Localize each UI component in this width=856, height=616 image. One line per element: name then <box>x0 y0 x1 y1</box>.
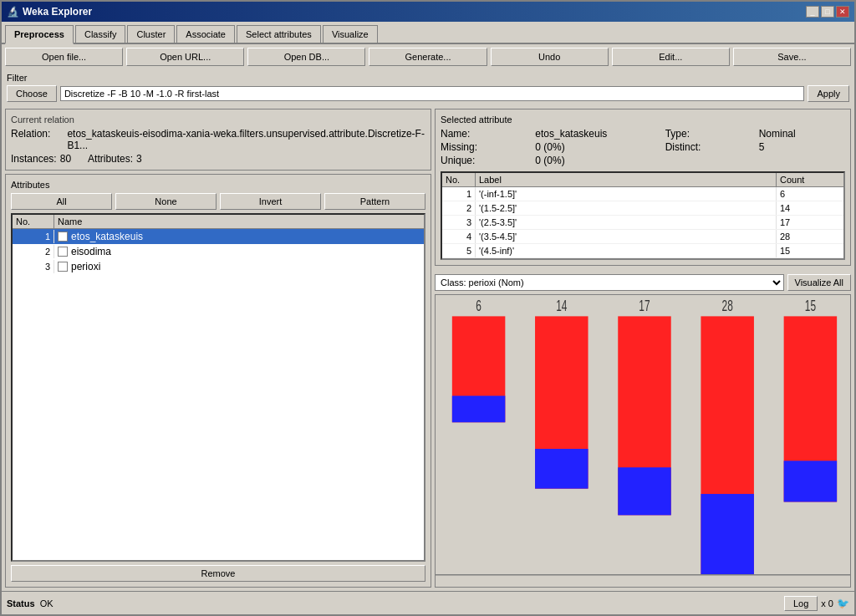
maximize-button[interactable]: □ <box>821 6 834 18</box>
remove-button[interactable]: Remove <box>11 565 425 582</box>
invert-button[interactable]: Invert <box>220 193 321 210</box>
svg-text:6: 6 <box>476 297 482 313</box>
attr-checkbox[interactable] <box>58 232 68 242</box>
attributes-value: 3 <box>136 153 142 165</box>
log-count: x 0 <box>821 598 833 608</box>
open-file-button[interactable]: Open file... <box>5 48 123 66</box>
class-selector[interactable]: Class: perioxi (Nom) <box>435 274 784 291</box>
all-button[interactable]: All <box>11 193 112 210</box>
status-bar: Status OK Log x 0 🐦 <box>2 591 854 614</box>
attributes-table: No. Name 1 etos_kataskeuis 2 <box>11 213 425 562</box>
data-label: '(2.5-3.5]' <box>476 216 777 229</box>
chart-svg: 6 14 17 28 15 <box>436 295 850 587</box>
data-no: 4 <box>442 230 476 243</box>
tab-preprocess[interactable]: Preprocess <box>5 25 74 44</box>
type-key: Type: <box>665 128 751 140</box>
none-button[interactable]: None <box>115 193 217 210</box>
attr-name: perioxi <box>71 261 100 272</box>
tab-select-attributes[interactable]: Select attributes <box>237 25 321 43</box>
minimize-button[interactable]: _ <box>806 6 819 18</box>
edit-button[interactable]: Edit... <box>612 48 730 66</box>
selected-attribute-box: Selected attribute Name: etos_kataskeuis… <box>435 109 851 266</box>
attributes-box: Attributes All None Invert Pattern No. N… <box>5 174 431 588</box>
data-col-count-header: Count <box>777 173 843 186</box>
relation-name-row: Relation: etos_kataskeuis-eisodima-xania… <box>11 128 425 151</box>
app-icon: 🔬 <box>7 6 19 18</box>
list-item: 2 '(1.5-2.5]' 14 <box>442 201 843 216</box>
tab-associate[interactable]: Associate <box>176 25 235 43</box>
table-row[interactable]: 3 perioxi <box>13 259 424 274</box>
tab-classify[interactable]: Classify <box>75 25 126 43</box>
data-count: 15 <box>777 244 843 257</box>
name-key: Name: <box>441 128 527 140</box>
tab-visualize[interactable]: Visualize <box>323 25 378 43</box>
filter-section: Filter Choose Discretize -F -B 10 -M -1.… <box>2 69 854 105</box>
missing-val: 0 (0%) <box>535 141 656 153</box>
open-url-button[interactable]: Open URL... <box>126 48 244 66</box>
attributes-key: Attributes: <box>88 153 133 165</box>
status-section: Status OK <box>7 598 54 608</box>
attr-row-no: 3 <box>13 260 54 273</box>
choose-button[interactable]: Choose <box>7 85 57 102</box>
data-col-label-header: Label <box>476 173 777 186</box>
tab-cluster[interactable]: Cluster <box>127 25 175 43</box>
selected-attribute-title: Selected attribute <box>441 115 845 125</box>
relation-value: etos_kataskeuis-eisodima-xania-weka.filt… <box>67 128 425 151</box>
svg-text:15: 15 <box>805 297 816 313</box>
log-button[interactable]: Log <box>784 596 818 611</box>
instances-item: Instances: 80 <box>11 153 71 165</box>
distinct-key: Distinct: <box>665 141 751 153</box>
title-bar: 🔬 Weka Explorer _ □ ✕ <box>2 2 854 22</box>
col-no-header: No. <box>13 215 54 228</box>
col-name-header: Name <box>54 215 424 228</box>
attr-checkbox[interactable] <box>58 247 68 257</box>
attr-row-name: eisodima <box>54 244 424 259</box>
sel-attr-info: Name: etos_kataskeuis Type: Nominal Miss… <box>441 128 845 166</box>
filter-text: Discretize -F -B 10 -M -1.0 -R first-las… <box>60 86 805 101</box>
status-label: Status <box>7 598 35 608</box>
attributes-item: Attributes: 3 <box>88 153 142 165</box>
pattern-button[interactable]: Pattern <box>324 193 425 210</box>
relation-info: Relation: etos_kataskeuis-eisodima-xania… <box>11 128 425 165</box>
data-label: '(-inf-1.5]' <box>476 187 777 201</box>
visualize-all-button[interactable]: Visualize All <box>787 274 852 291</box>
attr-data-header: No. Label Count <box>442 173 843 187</box>
status-ok: OK <box>40 598 54 608</box>
instances-key: Instances: <box>11 153 57 165</box>
class-row: Class: perioxi (Nom) Visualize All <box>435 274 851 291</box>
open-db-button[interactable]: Open DB... <box>247 48 365 66</box>
svg-text:17: 17 <box>639 297 650 313</box>
table-row[interactable]: 1 etos_kataskeuis <box>13 229 424 244</box>
right-panel: Selected attribute Name: etos_kataskeuis… <box>435 109 851 588</box>
data-no: 1 <box>442 187 476 201</box>
toolbar: Open file... Open URL... Open DB... Gene… <box>2 44 854 69</box>
window-title: Weka Explorer <box>23 6 92 18</box>
type-val: Nominal <box>759 128 845 140</box>
save-button[interactable]: Save... <box>733 48 851 66</box>
current-relation-title: Current relation <box>11 115 425 125</box>
data-count: 6 <box>777 187 843 201</box>
attr-table-header: No. Name <box>13 215 424 229</box>
list-item: 1 '(-inf-1.5]' 6 <box>442 187 843 201</box>
unique-key: Unique: <box>441 155 527 166</box>
distinct-val: 5 <box>759 141 845 153</box>
window-controls: _ □ ✕ <box>806 6 849 18</box>
main-content: Current relation Relation: etos_kataskeu… <box>2 105 854 591</box>
close-button[interactable]: ✕ <box>836 6 849 18</box>
table-row[interactable]: 2 eisodima <box>13 244 424 259</box>
list-item: 4 '(3.5-4.5]' 28 <box>442 230 843 244</box>
weka-logo-icon: 🐦 <box>837 598 849 609</box>
list-item: 5 '(4.5-inf)' 15 <box>442 244 843 258</box>
apply-button[interactable]: Apply <box>808 85 849 102</box>
data-col-no-header: No. <box>442 173 476 186</box>
title-bar-left: 🔬 Weka Explorer <box>7 6 92 18</box>
filter-label: Filter <box>7 73 849 83</box>
bar-blue-2 <box>535 449 588 489</box>
data-no: 5 <box>442 244 476 257</box>
attr-checkbox[interactable] <box>58 262 68 272</box>
tab-bar: Preprocess Classify Cluster Associate Se… <box>2 22 854 44</box>
unique-val: 0 (0%) <box>535 155 656 166</box>
generate-button[interactable]: Generate... <box>369 48 487 66</box>
data-no: 2 <box>442 201 476 215</box>
undo-button[interactable]: Undo <box>491 48 609 66</box>
